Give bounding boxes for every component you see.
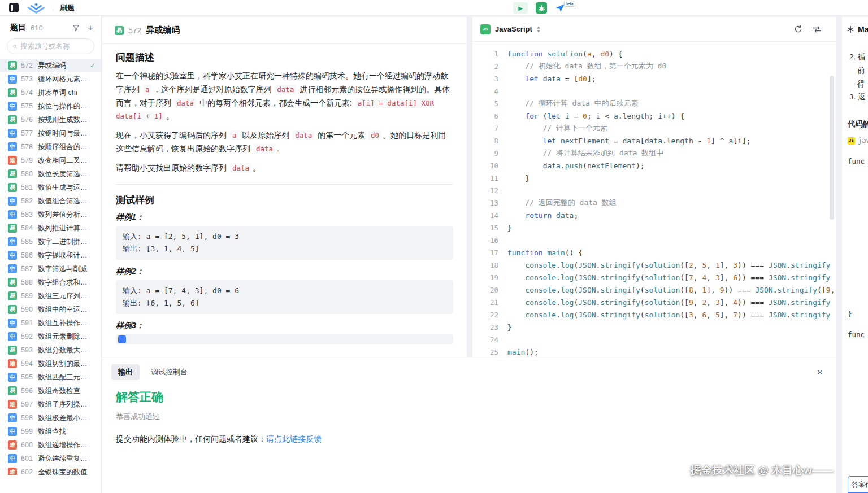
explanation-list-item: 3. 返 bbox=[849, 92, 866, 102]
tab-output[interactable]: 输出 bbox=[111, 364, 140, 380]
search-input[interactable] bbox=[20, 42, 88, 50]
problem-row[interactable]: 中573循环网格元素… bbox=[0, 72, 101, 86]
answer-code-button[interactable]: 答案代码 bbox=[848, 476, 868, 493]
inline-code: a bbox=[143, 85, 152, 94]
problem-id: 602 bbox=[21, 468, 34, 475]
code-section-heading: 代码解 bbox=[848, 119, 868, 129]
problem-title: 数组切割的最… bbox=[38, 359, 88, 369]
problem-id: 582 bbox=[21, 197, 34, 205]
problem-row[interactable]: 中585数字二进制拼… bbox=[0, 235, 101, 248]
problem-description-panel: 易 572 异或编码 问题描述 在一个神秘的实验室里，科学家小艾正在研究一种特殊… bbox=[102, 17, 467, 357]
problem-row[interactable]: 易580数位长度筛选… bbox=[0, 167, 101, 181]
code-line: 20 console.log(JSON.stringify(solution([… bbox=[472, 283, 836, 296]
problem-title: 数列差值分析… bbox=[38, 210, 88, 220]
problem-id: 572 bbox=[21, 62, 34, 69]
code-text: // 循环计算 data 中的后续元素 bbox=[507, 98, 639, 108]
problem-title: 避免连续重复… bbox=[38, 454, 88, 464]
problem-row[interactable]: 易589数组三元序列… bbox=[0, 289, 101, 303]
problem-row[interactable]: 易572异或编码✓ bbox=[0, 59, 101, 72]
problem-row[interactable]: 中583数列差值分析… bbox=[0, 208, 101, 221]
problem-id: 593 bbox=[21, 346, 34, 354]
console-panel: 输出 调试控制台 × 解答正确 恭喜成功通过 提交功能内测体验中，任何问题或者建… bbox=[102, 357, 836, 493]
editor-scrollbar[interactable] bbox=[830, 76, 834, 220]
problem-row[interactable]: 易576按规则生成数… bbox=[0, 113, 101, 126]
filter-icon[interactable] bbox=[72, 24, 80, 32]
problem-id: 586 bbox=[21, 251, 34, 259]
line-number: 21 bbox=[472, 298, 498, 307]
code-text: // 初始化 data 数组，第一个元素为 d0 bbox=[507, 61, 666, 71]
problem-title: 数组元素删除… bbox=[38, 332, 88, 342]
difficulty-badge: 难 bbox=[8, 440, 17, 450]
problem-row[interactable]: 难594数组切割的最… bbox=[0, 357, 101, 370]
problem-id: 601 bbox=[21, 455, 34, 463]
problem-row[interactable]: 中601避免连续重复… bbox=[0, 452, 101, 465]
problem-row[interactable]: 易588数字组合求和… bbox=[0, 276, 101, 289]
problem-row[interactable]: 难597数组子序列操… bbox=[0, 398, 101, 411]
code-line: 24 bbox=[472, 333, 836, 346]
problem-title: 数组三元序列… bbox=[38, 291, 88, 301]
submit-button[interactable]: beta bbox=[555, 3, 576, 13]
problem-row[interactable]: 难579改变相同二叉… bbox=[0, 154, 101, 167]
problem-row[interactable]: 中591数组互补操作… bbox=[0, 316, 101, 330]
problem-id: 590 bbox=[21, 306, 34, 313]
problem-row[interactable]: 难600数组递增操作… bbox=[0, 438, 101, 452]
sample-label: 样例3： bbox=[116, 321, 453, 331]
run-button[interactable]: ▶ bbox=[513, 2, 528, 14]
difficulty-badge: 中 bbox=[8, 332, 17, 341]
problem-row[interactable]: 难602金银珠宝的数值 bbox=[0, 465, 101, 475]
problem-row[interactable]: 易574拼凑单词 chi bbox=[0, 86, 101, 99]
problem-row[interactable]: 易596数组奇数检查 bbox=[0, 384, 101, 398]
code-text: data.push(nextElement); bbox=[507, 162, 645, 170]
problem-row[interactable]: 易581数值生成与运… bbox=[0, 181, 101, 194]
search-icon bbox=[13, 43, 17, 50]
beta-badge: beta bbox=[564, 1, 575, 7]
problem-row[interactable]: 中586数字提取和计… bbox=[0, 248, 101, 262]
problem-row[interactable]: 中598数组极差最小… bbox=[0, 411, 101, 425]
sidebar-toggle-icon[interactable] bbox=[9, 3, 19, 12]
problem-row[interactable]: 中577按键时间与最… bbox=[0, 126, 101, 140]
line-number: 6 bbox=[472, 112, 498, 120]
problem-row[interactable]: 易584数列推进计算… bbox=[0, 221, 101, 235]
problem-row[interactable]: 易593数组分数最大… bbox=[0, 343, 101, 357]
format-code-icon[interactable] bbox=[813, 25, 822, 33]
code-fragment: func bbox=[848, 330, 865, 339]
problem-id: 594 bbox=[21, 360, 34, 368]
chevron-updown-icon[interactable] bbox=[536, 26, 541, 33]
result-status: 解答正确 bbox=[102, 389, 836, 405]
code-line: 21 console.log(JSON.stringify(solution([… bbox=[472, 296, 836, 308]
debug-button[interactable] bbox=[536, 2, 547, 14]
tab-debug-console[interactable]: 调试控制台 bbox=[146, 364, 192, 380]
difficulty-badge: 中 bbox=[8, 319, 17, 328]
problem-row[interactable]: 中595数组匹配三元… bbox=[0, 370, 101, 384]
juejin-logo[interactable] bbox=[27, 2, 46, 14]
language-select[interactable]: JavaScript bbox=[495, 25, 532, 33]
feedback-link[interactable]: 请点此链接反馈 bbox=[266, 434, 322, 443]
line-number: 18 bbox=[472, 261, 498, 269]
problem-row[interactable]: 中578按顺序组合的… bbox=[0, 140, 101, 154]
problem-row[interactable]: 中592数组元素删除… bbox=[0, 330, 101, 343]
difficulty-badge: 易 bbox=[115, 26, 124, 35]
problem-row[interactable]: 中599数组查找 bbox=[0, 425, 101, 438]
explanation-panel: Ma 2. 循 前 得 3. 返 代码解 JS jav func } func bbox=[842, 17, 868, 493]
inline-code: data bbox=[175, 98, 196, 108]
close-icon[interactable]: × bbox=[817, 368, 823, 377]
reset-code-icon[interactable] bbox=[794, 25, 802, 33]
problem-row[interactable]: 易590数组中的幸运… bbox=[0, 303, 101, 316]
explanation-list-item: 2. 循 bbox=[849, 52, 866, 62]
code-text: console.log(JSON.stringify(solution([2, … bbox=[507, 261, 830, 269]
inline-code: data bbox=[275, 85, 296, 94]
check-icon: ✓ bbox=[90, 62, 96, 69]
problem-row[interactable]: 中575按位与操作的… bbox=[0, 99, 101, 113]
code-editor[interactable]: 1function solution(a, d0) {2 // 初始化 data… bbox=[472, 42, 836, 357]
add-icon[interactable]: + bbox=[88, 23, 93, 33]
feedback-text: 提交功能内测体验中，任何问题或者建议： bbox=[116, 434, 266, 443]
problem-id: 600 bbox=[21, 441, 34, 449]
problem-title: 数字二进制拼… bbox=[38, 237, 88, 247]
problem-row[interactable]: 中587数字筛选与削减 bbox=[0, 262, 101, 276]
difficulty-badge: 易 bbox=[8, 115, 17, 124]
code-fragment: } bbox=[848, 309, 852, 318]
problem-row[interactable]: 中582数值组合筛选… bbox=[0, 194, 101, 208]
description-paragraph: 现在，小艾获得了编码后的序列 a 以及原始序列 data 的第一个元素 d0。她… bbox=[116, 129, 453, 156]
search-box[interactable] bbox=[7, 38, 94, 54]
problem-title: 数组奇数检查 bbox=[38, 386, 80, 396]
